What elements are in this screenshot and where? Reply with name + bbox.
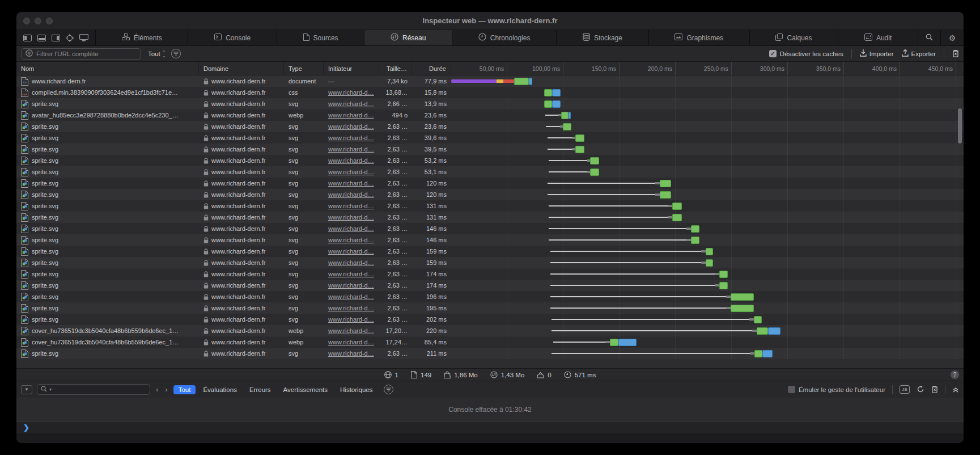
initiator-link[interactable]: www.richard-d… <box>328 316 374 323</box>
initiator-link[interactable]: www.richard-d… <box>328 134 374 141</box>
initiator-link[interactable]: www.richard-d… <box>328 271 374 277</box>
table-row[interactable]: avatar_hu85ecc3e298728880b0bde2dcc4e5c23… <box>16 109 964 121</box>
element-picker-icon[interactable] <box>66 34 74 42</box>
initiator-link[interactable]: www.richard-d… <box>328 168 374 175</box>
table-row[interactable]: sprite.svgwww.richard-dern.frsvgwww.rich… <box>16 155 964 166</box>
console-tab-historiques[interactable]: Historiques <box>335 385 378 394</box>
waterfall-bar[interactable] <box>549 223 699 234</box>
table-row[interactable]: sprite.svgwww.richard-dern.frsvgwww.rich… <box>16 178 964 189</box>
initiator-link[interactable]: www.richard-d… <box>328 112 374 119</box>
initiator-link[interactable]: www.richard-d… <box>328 339 374 346</box>
waterfall-bar[interactable] <box>550 246 713 257</box>
initiator-link[interactable]: www.richard-d… <box>328 259 374 266</box>
initiator-link[interactable]: www.richard-d… <box>328 89 374 96</box>
export-button[interactable]: Exporter <box>902 49 936 58</box>
initiator-link[interactable]: www.richard-d… <box>328 327 374 334</box>
console-tab-evaluations[interactable]: Évaluations <box>198 385 241 394</box>
table-row[interactable]: <>www.richard-dern.frwww.richard-dern.fr… <box>16 75 964 87</box>
tab-graphismes[interactable]: Graphismes <box>649 30 750 45</box>
console-filter-button[interactable] <box>384 385 393 394</box>
waterfall-bar[interactable] <box>544 87 561 98</box>
table-row[interactable]: sprite.svgwww.richard-dern.frsvgwww.rich… <box>16 234 964 246</box>
initiator-link[interactable]: www.richard-d… <box>328 305 374 311</box>
waterfall-bar[interactable] <box>550 280 728 291</box>
console-tab-erreurs[interactable]: Erreurs <box>244 385 276 394</box>
initiator-link[interactable]: www.richard-d… <box>328 203 374 209</box>
table-row[interactable]: sprite.svgwww.richard-dern.frsvgwww.rich… <box>16 121 964 132</box>
waterfall-bar[interactable] <box>551 325 780 336</box>
table-row[interactable]: sprite.svgwww.richard-dern.frsvgwww.rich… <box>16 257 964 268</box>
console-prompt[interactable]: ❯ <box>16 422 964 434</box>
column-header-type[interactable]: Type <box>284 62 324 75</box>
filter-options-button[interactable] <box>171 49 181 58</box>
tab-chronologies[interactable]: Chronologies <box>452 30 557 45</box>
initiator-link[interactable]: www.richard-d… <box>328 146 374 153</box>
column-header-nom[interactable]: Nom <box>16 62 199 75</box>
table-row[interactable]: sprite.svgwww.richard-dern.frsvgwww.rich… <box>16 212 964 223</box>
waterfall-bar[interactable] <box>549 212 682 223</box>
table-row[interactable]: sprite.svgwww.richard-dern.frsvgwww.rich… <box>16 246 964 257</box>
table-row[interactable]: sprite.svgwww.richard-dern.frsvgwww.rich… <box>16 314 964 325</box>
initiator-link[interactable]: www.richard-d… <box>328 293 374 300</box>
dock-bottom-icon[interactable] <box>37 35 46 41</box>
tab-calques[interactable]: Calques <box>750 30 838 45</box>
waterfall-bar[interactable] <box>549 166 599 178</box>
search-button[interactable] <box>918 30 941 45</box>
resource-type-select[interactable]: Tout ⌃⌃ <box>148 50 166 57</box>
table-row[interactable]: sprite.svgwww.richard-dern.frsvgwww.rich… <box>16 280 964 291</box>
reload-icon[interactable] <box>917 385 924 394</box>
initiator-link[interactable]: www.richard-d… <box>328 157 374 164</box>
table-row[interactable]: sprite.svgwww.richard-dern.frsvgwww.rich… <box>16 144 964 155</box>
waterfall-bar[interactable] <box>545 109 571 121</box>
waterfall-bar[interactable] <box>551 314 762 325</box>
emulate-user-gesture-checkbox[interactable]: Émuler le geste de l'utilisateur <box>788 386 885 393</box>
initiator-link[interactable]: www.richard-d… <box>328 225 374 232</box>
console-search-input[interactable]: ▾ <box>37 384 150 395</box>
tab-reseau[interactable]: Réseau <box>364 30 452 45</box>
waterfall-bar[interactable] <box>551 348 773 359</box>
waterfall-bar[interactable] <box>548 144 584 155</box>
initiator-link[interactable]: www.richard-d… <box>328 237 374 243</box>
table-row[interactable]: cover_hu736519dc3b5040cfa48b6b559b6de6ec… <box>16 336 964 348</box>
initiator-link[interactable]: www.richard-d… <box>328 282 374 289</box>
console-scope-button[interactable]: ▼ <box>21 385 32 394</box>
initiator-link[interactable]: www.richard-d… <box>328 191 374 198</box>
url-filter-input[interactable]: Filtrer l'URL complète <box>21 48 141 60</box>
initiator-link[interactable]: www.richard-d… <box>328 248 374 255</box>
waterfall-bar[interactable] <box>550 291 754 302</box>
table-row[interactable]: sprite.svgwww.richard-dern.frsvgwww.rich… <box>16 189 964 200</box>
waterfall-bar[interactable] <box>550 302 754 314</box>
column-header-initiateur[interactable]: Initiateur <box>324 62 379 75</box>
initiator-link[interactable]: www.richard-d… <box>328 180 374 187</box>
waterfall-bar[interactable] <box>549 200 682 212</box>
waterfall-bar[interactable] <box>548 189 671 200</box>
waterfall-bar[interactable] <box>549 234 699 246</box>
vertical-scrollbar-thumb[interactable] <box>958 108 962 144</box>
dock-left-icon[interactable] <box>23 35 32 41</box>
table-row[interactable]: sprite.svgwww.richard-dern.frsvgwww.rich… <box>16 268 964 280</box>
column-header-domaine[interactable]: Domaine <box>199 62 284 75</box>
initiator-link[interactable]: www.richard-d… <box>328 123 374 130</box>
column-header-duree[interactable]: Durée <box>412 62 451 75</box>
help-button[interactable]: ? <box>951 370 959 379</box>
device-icon[interactable] <box>79 34 88 41</box>
initiator-link[interactable]: www.richard-d… <box>328 100 374 107</box>
waterfall-bar[interactable] <box>544 98 561 109</box>
waterfall-bar[interactable] <box>546 121 571 132</box>
waterfall-bar[interactable] <box>549 155 599 166</box>
dock-right-icon[interactable] <box>52 35 60 41</box>
table-row[interactable]: sprite.svgwww.richard-dern.frsvgwww.rich… <box>16 291 964 302</box>
js-context-icon[interactable]: JS <box>900 385 910 394</box>
disable-caches-checkbox[interactable]: ✓ Désactiver les caches <box>769 50 843 57</box>
waterfall-bar[interactable] <box>548 178 671 189</box>
next-result-button[interactable]: › <box>164 385 168 394</box>
waterfall-bar[interactable] <box>550 257 713 268</box>
table-row[interactable]: sprite.svgwww.richard-dern.frsvgwww.rich… <box>16 166 964 178</box>
console-tab-avertissements[interactable]: Avertissements <box>278 385 333 394</box>
table-row[interactable]: sprite.svgwww.richard-dern.frsvgwww.rich… <box>16 223 964 234</box>
waterfall-bar[interactable] <box>451 75 532 87</box>
tab-audit[interactable]: Audit <box>838 30 918 45</box>
table-row[interactable]: sprite.svgwww.richard-dern.frsvgwww.rich… <box>16 98 964 109</box>
waterfall-bar[interactable] <box>548 132 584 144</box>
waterfall-bar[interactable] <box>550 268 728 280</box>
